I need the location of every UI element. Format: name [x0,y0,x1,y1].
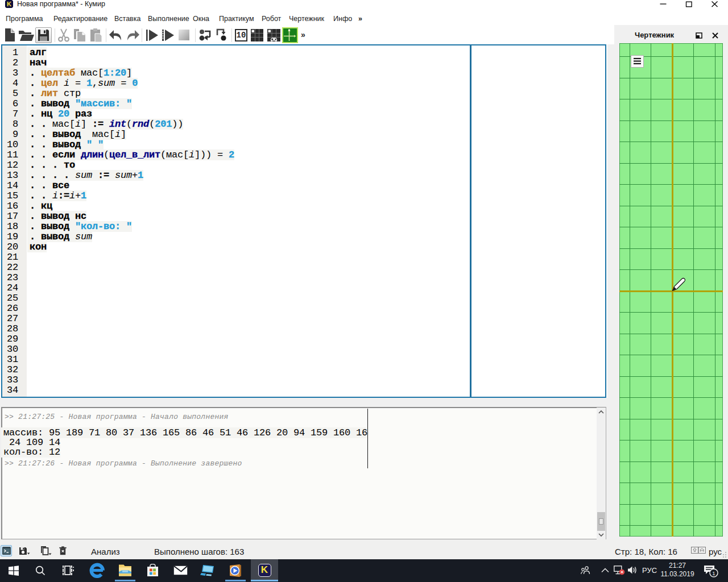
svg-text:1: 1 [712,570,715,576]
